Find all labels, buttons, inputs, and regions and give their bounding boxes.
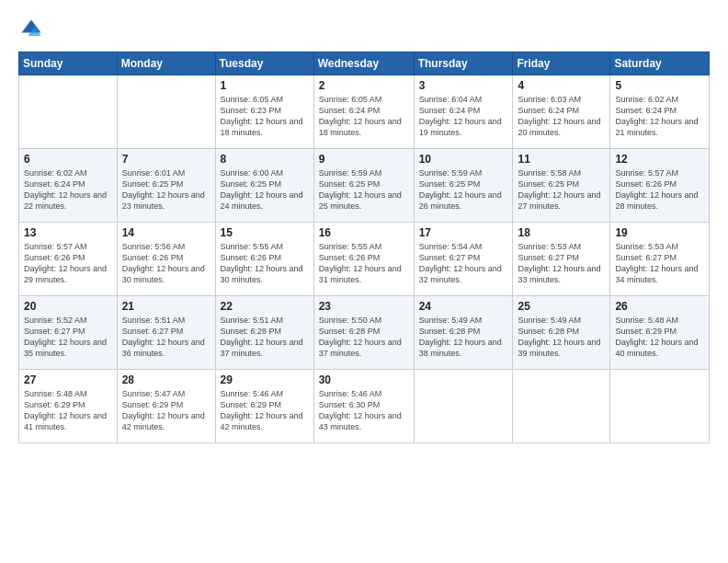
calendar-cell: 24Sunrise: 5:49 AMSunset: 6:28 PMDayligh… (414, 296, 513, 370)
weekday-header-tuesday: Tuesday (215, 52, 313, 75)
day-number: 12 (615, 153, 704, 166)
day-number: 17 (419, 226, 508, 239)
cell-info: Sunrise: 5:48 AMSunset: 6:29 PMDaylight:… (24, 388, 112, 433)
weekday-header-monday: Monday (117, 52, 215, 75)
logo (18, 17, 48, 42)
cell-info: Sunrise: 5:57 AMSunset: 6:26 PMDaylight:… (24, 241, 112, 286)
cell-info: Sunrise: 5:59 AMSunset: 6:25 PMDaylight:… (419, 167, 508, 213)
calendar-cell: 2Sunrise: 6:05 AMSunset: 6:24 PMDaylight… (313, 75, 414, 149)
day-number: 13 (24, 226, 112, 239)
calendar-cell: 15Sunrise: 5:55 AMSunset: 6:26 PMDayligh… (215, 223, 313, 296)
cell-info: Sunrise: 5:51 AMSunset: 6:28 PMDaylight:… (221, 315, 309, 360)
cell-info: Sunrise: 5:53 AMSunset: 6:27 PMDaylight:… (615, 241, 704, 286)
week-row-1: 1Sunrise: 6:05 AMSunset: 6:23 PMDaylight… (19, 75, 710, 149)
calendar-cell: 11Sunrise: 5:58 AMSunset: 6:25 PMDayligh… (513, 149, 610, 223)
day-number: 18 (518, 226, 605, 239)
calendar-cell: 17Sunrise: 5:54 AMSunset: 6:27 PMDayligh… (414, 223, 513, 296)
day-number: 27 (24, 373, 112, 386)
calendar-cell: 3Sunrise: 6:04 AMSunset: 6:24 PMDaylight… (414, 75, 513, 149)
calendar-cell: 10Sunrise: 5:59 AMSunset: 6:25 PMDayligh… (414, 149, 513, 223)
cell-info: Sunrise: 5:46 AMSunset: 6:30 PMDaylight:… (319, 388, 409, 433)
day-number: 20 (24, 300, 112, 313)
calendar-cell: 19Sunrise: 5:53 AMSunset: 6:27 PMDayligh… (610, 223, 710, 296)
calendar-cell: 12Sunrise: 5:57 AMSunset: 6:26 PMDayligh… (610, 149, 710, 223)
day-number: 26 (615, 300, 704, 313)
cell-info: Sunrise: 6:01 AMSunset: 6:25 PMDaylight:… (122, 167, 210, 213)
cell-info: Sunrise: 6:05 AMSunset: 6:23 PMDaylight:… (221, 94, 309, 139)
day-number: 25 (518, 300, 605, 313)
calendar-cell: 18Sunrise: 5:53 AMSunset: 6:27 PMDayligh… (513, 223, 610, 296)
day-number: 21 (122, 300, 210, 313)
day-number: 23 (319, 300, 409, 313)
calendar-cell (414, 370, 513, 443)
week-row-5: 27Sunrise: 5:48 AMSunset: 6:29 PMDayligh… (19, 370, 710, 443)
logo-icon (18, 17, 44, 42)
calendar-cell: 4Sunrise: 6:03 AMSunset: 6:24 PMDaylight… (513, 75, 610, 149)
calendar-table: SundayMondayTuesdayWednesdayThursdayFrid… (18, 52, 710, 443)
weekday-header-sunday: Sunday (19, 52, 118, 75)
day-number: 16 (319, 226, 409, 239)
day-number: 3 (419, 79, 508, 92)
calendar-cell (117, 75, 215, 149)
cell-info: Sunrise: 5:48 AMSunset: 6:29 PMDaylight:… (615, 315, 704, 360)
cell-info: Sunrise: 5:49 AMSunset: 6:28 PMDaylight:… (419, 315, 508, 360)
calendar-cell: 26Sunrise: 5:48 AMSunset: 6:29 PMDayligh… (610, 296, 710, 370)
calendar-cell (610, 370, 710, 443)
calendar-cell: 30Sunrise: 5:46 AMSunset: 6:30 PMDayligh… (313, 370, 414, 443)
page: SundayMondayTuesdayWednesdayThursdayFrid… (0, 0, 728, 563)
cell-info: Sunrise: 6:02 AMSunset: 6:24 PMDaylight:… (615, 94, 704, 139)
day-number: 15 (221, 226, 309, 239)
calendar-cell: 16Sunrise: 5:55 AMSunset: 6:26 PMDayligh… (313, 223, 414, 296)
day-number: 9 (319, 153, 409, 166)
week-row-4: 20Sunrise: 5:52 AMSunset: 6:27 PMDayligh… (19, 296, 710, 370)
day-number: 4 (518, 79, 605, 92)
cell-info: Sunrise: 6:02 AMSunset: 6:24 PMDaylight:… (24, 167, 112, 213)
cell-info: Sunrise: 5:59 AMSunset: 6:25 PMDaylight:… (319, 167, 409, 213)
calendar-cell: 22Sunrise: 5:51 AMSunset: 6:28 PMDayligh… (215, 296, 313, 370)
cell-info: Sunrise: 5:56 AMSunset: 6:26 PMDaylight:… (122, 241, 210, 286)
day-number: 1 (221, 79, 309, 92)
calendar-cell (19, 75, 118, 149)
cell-info: Sunrise: 5:55 AMSunset: 6:26 PMDaylight:… (319, 241, 409, 286)
calendar-cell: 20Sunrise: 5:52 AMSunset: 6:27 PMDayligh… (19, 296, 118, 370)
calendar-cell: 29Sunrise: 5:46 AMSunset: 6:29 PMDayligh… (215, 370, 313, 443)
cell-info: Sunrise: 5:49 AMSunset: 6:28 PMDaylight:… (518, 315, 605, 360)
calendar-cell: 27Sunrise: 5:48 AMSunset: 6:29 PMDayligh… (19, 370, 118, 443)
cell-info: Sunrise: 5:46 AMSunset: 6:29 PMDaylight:… (221, 388, 309, 433)
weekday-header-friday: Friday (513, 52, 610, 75)
cell-info: Sunrise: 5:58 AMSunset: 6:25 PMDaylight:… (518, 167, 605, 213)
calendar-cell (513, 370, 610, 443)
day-number: 8 (221, 153, 309, 166)
day-number: 10 (419, 153, 508, 166)
calendar-cell: 23Sunrise: 5:50 AMSunset: 6:28 PMDayligh… (313, 296, 414, 370)
cell-info: Sunrise: 6:03 AMSunset: 6:24 PMDaylight:… (518, 94, 605, 139)
cell-info: Sunrise: 6:05 AMSunset: 6:24 PMDaylight:… (319, 94, 409, 139)
week-row-3: 13Sunrise: 5:57 AMSunset: 6:26 PMDayligh… (19, 223, 710, 296)
cell-info: Sunrise: 6:04 AMSunset: 6:24 PMDaylight:… (419, 94, 508, 139)
cell-info: Sunrise: 5:52 AMSunset: 6:27 PMDaylight:… (24, 315, 112, 360)
cell-info: Sunrise: 5:54 AMSunset: 6:27 PMDaylight:… (419, 241, 508, 286)
day-number: 14 (122, 226, 210, 239)
day-number: 7 (122, 153, 210, 166)
day-number: 19 (615, 226, 704, 239)
calendar-cell: 5Sunrise: 6:02 AMSunset: 6:24 PMDaylight… (610, 75, 710, 149)
cell-info: Sunrise: 5:47 AMSunset: 6:29 PMDaylight:… (122, 388, 210, 433)
weekday-header-thursday: Thursday (414, 52, 513, 75)
calendar-cell: 13Sunrise: 5:57 AMSunset: 6:26 PMDayligh… (19, 223, 118, 296)
calendar-cell: 8Sunrise: 6:00 AMSunset: 6:25 PMDaylight… (215, 149, 313, 223)
day-number: 6 (24, 153, 112, 166)
cell-info: Sunrise: 5:55 AMSunset: 6:26 PMDaylight:… (221, 241, 309, 286)
day-number: 28 (122, 373, 210, 386)
day-number: 5 (615, 79, 704, 92)
day-number: 24 (419, 300, 508, 313)
calendar-cell: 14Sunrise: 5:56 AMSunset: 6:26 PMDayligh… (117, 223, 215, 296)
svg-marker-0 (22, 20, 41, 33)
header (18, 17, 710, 42)
calendar-cell: 25Sunrise: 5:49 AMSunset: 6:28 PMDayligh… (513, 296, 610, 370)
day-number: 29 (221, 373, 309, 386)
day-number: 2 (319, 79, 409, 92)
weekday-header-saturday: Saturday (610, 52, 710, 75)
week-row-2: 6Sunrise: 6:02 AMSunset: 6:24 PMDaylight… (19, 149, 710, 223)
calendar-cell: 1Sunrise: 6:05 AMSunset: 6:23 PMDaylight… (215, 75, 313, 149)
weekday-header-row: SundayMondayTuesdayWednesdayThursdayFrid… (19, 52, 710, 75)
